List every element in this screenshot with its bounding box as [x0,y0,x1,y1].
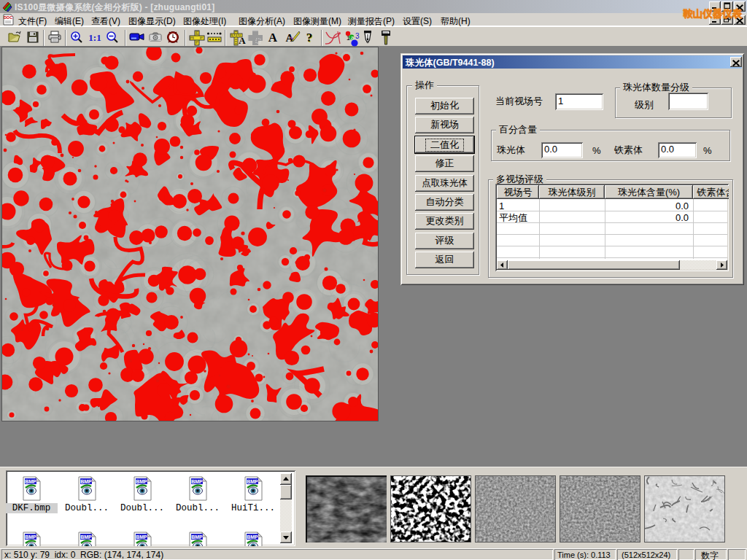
svg-text:A: A [268,31,278,44]
svg-text:BMP: BMP [136,534,147,540]
svg-text:BMP: BMP [191,479,203,484]
svg-text:BMP: BMP [25,479,36,484]
svg-text:3: 3 [355,32,360,40]
svg-text:BMP: BMP [80,479,92,484]
svg-text:A: A [239,35,246,46]
svg-text:BMP: BMP [80,534,92,540]
svg-text:DOC: DOC [4,15,12,20]
svg-text:BMP: BMP [191,534,203,540]
svg-text:BMP: BMP [136,479,147,484]
svg-text:BMP: BMP [247,534,258,540]
svg-text:?: ? [306,31,313,44]
svg-text:BMP: BMP [25,534,36,540]
svg-text:BMP: BMP [247,479,258,484]
svg-text:1:1: 1:1 [88,32,101,43]
